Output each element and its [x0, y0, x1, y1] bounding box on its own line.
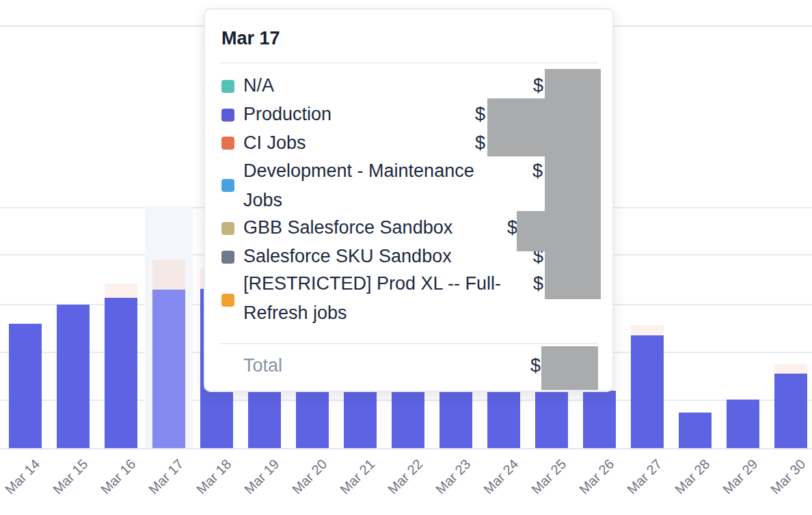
- bar-mar-27[interactable]: [631, 335, 664, 448]
- series-swatch-na: [221, 80, 234, 93]
- tooltip-divider: [220, 343, 597, 344]
- series-swatch-dev-maintenance: [221, 179, 234, 192]
- total-label: Total: [243, 351, 282, 380]
- series-value-gbb-sandbox: $: [507, 213, 517, 242]
- redacted-value-block: [487, 98, 545, 156]
- redacted-value-block: [545, 69, 601, 299]
- series-label-ci-jobs: CI Jobs: [243, 128, 306, 158]
- series-value-na: $: [533, 71, 543, 100]
- series-value-ci-jobs: $: [475, 128, 485, 158]
- redacted-value-block: [541, 346, 598, 390]
- series-swatch-gbb-sandbox: [221, 222, 234, 235]
- bar-mar-20[interactable]: [296, 391, 329, 448]
- bar-mar-29[interactable]: [727, 400, 759, 448]
- bar-mar-14[interactable]: [9, 324, 42, 448]
- cost-bar-chart: Mar 14Mar 15Mar 16Mar 17Mar 18Mar 19Mar …: [0, 0, 812, 515]
- bar-segment-ci-jobs-mar-27[interactable]: [631, 325, 664, 335]
- series-swatch-sku-sandbox: [221, 251, 234, 264]
- bar-mar-22[interactable]: [392, 391, 424, 448]
- bar-mar-23[interactable]: [439, 391, 472, 448]
- bar-segment-ci-jobs-mar-30[interactable]: [774, 364, 807, 374]
- series-label-na: N/A: [243, 71, 274, 100]
- bar-mar-30[interactable]: [774, 374, 807, 448]
- chart-tooltip: Mar 17 N/A $ Production $ CI Jobs $ Deve…: [204, 8, 614, 392]
- series-label-restricted-prod-xl: [RESTRICTED] Prod XL -- Full-Refresh job…: [243, 269, 517, 328]
- bar-segment-ci-jobs-mar-16[interactable]: [105, 283, 137, 297]
- bar-mar-26[interactable]: [583, 391, 616, 448]
- bar-mar-15[interactable]: [57, 305, 90, 448]
- series-swatch-ci-jobs: [221, 137, 234, 150]
- bar-mar-19[interactable]: [248, 391, 281, 448]
- bar-mar-16[interactable]: [105, 298, 137, 448]
- series-swatch-production: [221, 109, 234, 122]
- series-label-sku-sandbox: Salesforce SKU Sandbox: [243, 242, 452, 271]
- bar-mar-17[interactable]: [152, 290, 185, 448]
- series-label-dev-maintenance: Development - Maintenance Jobs: [243, 156, 503, 215]
- tooltip-title: Mar 17: [221, 28, 280, 49]
- bar-mar-25[interactable]: [535, 391, 568, 448]
- total-value: $: [530, 351, 541, 380]
- tooltip-divider: [220, 62, 597, 64]
- series-label-production: Production: [243, 100, 331, 129]
- bar-mar-28[interactable]: [679, 413, 712, 448]
- series-value-restricted-prod-xl: $: [533, 269, 543, 298]
- series-label-gbb-sandbox: GBB Salesforce Sandbox: [243, 213, 452, 242]
- series-value-production: $: [475, 100, 485, 129]
- x-axis-line: [0, 448, 812, 449]
- bar-segment-ci-jobs-mar-17[interactable]: [152, 260, 185, 290]
- bar-mar-24[interactable]: [487, 391, 520, 448]
- redacted-value-block: [517, 211, 545, 251]
- bar-mar-21[interactable]: [344, 391, 377, 448]
- series-value-dev-maintenance: $: [532, 156, 543, 186]
- series-swatch-restricted-prod-xl: [221, 294, 234, 307]
